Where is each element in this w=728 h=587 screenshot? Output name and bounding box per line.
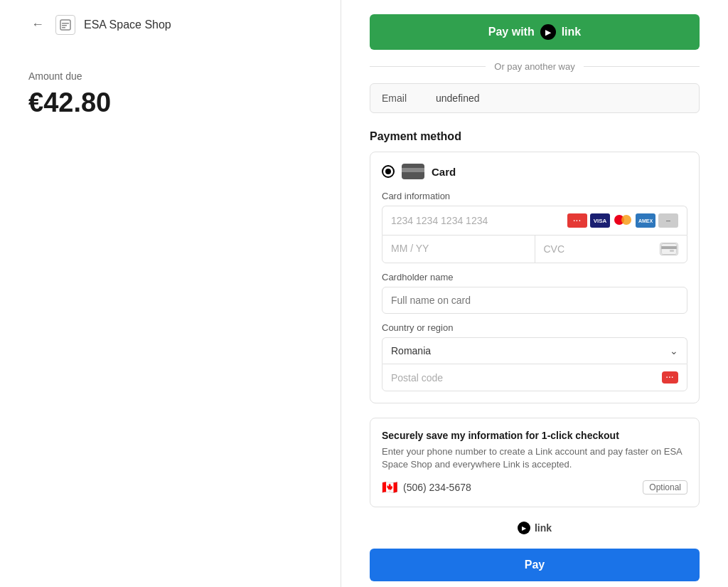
other-logo: ··· [658,213,678,228]
pay-with-link-button[interactable]: Pay with ▶ link [370,14,700,50]
shop-name-label: ESA Space Shop [84,18,171,31]
top-bar: ← ESA Space Shop [28,14,312,35]
visa-logo: VISA [590,213,610,228]
postal-dots-icon: ··· [662,371,678,384]
card-logos: ··· VISA AMEX ··· [567,213,678,228]
left-panel: ← ESA Space Shop Amount due €42.80 [0,0,341,587]
svg-rect-2 [62,25,67,26]
card-method-header: Card [382,164,687,179]
optional-badge: Optional [643,480,687,495]
country-select[interactable]: Romania ⌄ [382,337,687,364]
email-value: undefined [436,92,480,104]
divider-row: Or pay another way [370,61,700,72]
shop-icon [55,15,75,35]
save-info-box: Securely save my information for 1-click… [370,418,700,507]
card-expiry-field[interactable]: MM / YY [382,236,535,263]
payment-method-title: Payment method [370,130,700,143]
svg-rect-3 [62,27,65,28]
svg-rect-1 [62,23,69,24]
amount-label: Amount due [28,70,312,82]
cardholder-input[interactable] [382,287,687,314]
save-info-title: Securely save my information for 1-click… [382,430,687,441]
canada-flag-icon: 🇨🇦 [382,480,397,495]
postal-row[interactable]: Postal code ··· [382,364,687,391]
card-method-name: Card [432,166,456,178]
right-panel: Pay with ▶ link Or pay another way Email… [341,0,728,587]
card-cvc-field[interactable]: CVC [535,236,687,263]
dots-logo: ··· [567,213,587,228]
amount-section: Amount due €42.80 [28,70,312,118]
amount-value: €42.80 [28,88,312,118]
cvc-placeholder: CVC [544,243,565,255]
back-button[interactable]: ← [28,14,47,35]
email-row: Email undefined [370,83,700,113]
radio-inner-dot [385,169,391,174]
link-footer-text: link [535,522,552,534]
divider-line-left [370,66,486,67]
country-value: Romania [391,345,431,356]
card-number-placeholder: 1234 1234 1234 1234 [391,215,488,226]
card-expiry-cvc-row: MM / YY CVC [382,235,687,263]
divider-line-right [584,66,700,67]
cardholder-label: Cardholder name [382,272,687,282]
amex-logo: AMEX [636,213,655,228]
postal-placeholder: Postal code [391,372,443,384]
card-number-row[interactable]: 1234 1234 1234 1234 ··· VISA AMEX ··· [382,206,687,235]
cvc-icon [660,243,678,255]
phone-row: 🇨🇦 (506) 234-5678 Optional [382,480,687,495]
card-radio[interactable] [382,165,395,178]
pay-with-label: Pay with [488,26,535,38]
chevron-down-icon: ⌄ [670,345,678,356]
pay-button[interactable]: Pay [370,549,700,581]
link-footer-icon: ▶ [518,522,530,534]
phone-number: (506) 234-5678 [403,482,471,493]
phone-left: 🇨🇦 (506) 234-5678 [382,480,471,495]
link-arrow-icon: ▶ [540,24,556,40]
country-label: Country or region [382,322,687,333]
card-info-label: Card information [382,191,687,201]
card-icon [402,164,424,179]
link-footer: ▶ link [370,522,700,534]
svg-rect-5 [661,246,677,249]
link-logo-text: link [562,26,582,38]
divider-text: Or pay another way [494,61,574,72]
svg-rect-6 [670,250,674,252]
save-info-desc: Enter your phone number to create a Link… [382,445,687,471]
mastercard-logo [613,214,633,227]
payment-method-box: Card Card information 1234 1234 1234 123… [370,152,700,403]
email-label: Email [382,92,424,104]
